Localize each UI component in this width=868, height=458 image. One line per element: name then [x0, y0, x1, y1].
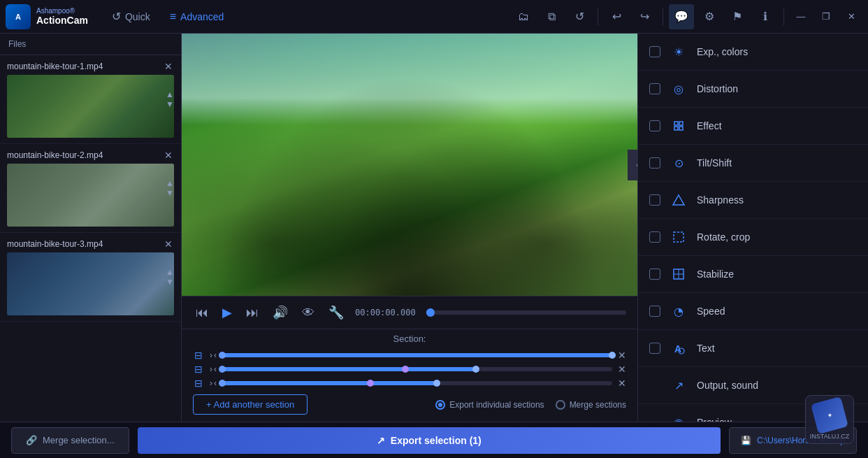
section-slider-2[interactable] — [222, 367, 612, 371]
open-file-button[interactable]: 🗂 — [511, 4, 536, 29]
panel-checkbox-stabilize[interactable] — [649, 269, 660, 280]
section-delete-1[interactable]: ✕ — [618, 350, 626, 361]
collapse-panel-button[interactable]: ‹ — [628, 150, 637, 180]
panel-checkbox-rotate-crop[interactable] — [649, 231, 660, 243]
arrow-down-button[interactable]: ▼ — [166, 189, 174, 197]
arrow-up-button[interactable]: ▲ — [166, 268, 174, 276]
panel-item-sharpness[interactable]: Sharpness — [638, 182, 868, 219]
section-handle-right-2[interactable] — [472, 366, 479, 373]
panel-checkbox-tilt-shift[interactable] — [649, 157, 660, 169]
panel-item-text[interactable]: A Text — [638, 330, 868, 367]
chat-button[interactable]: 💬 — [669, 4, 694, 29]
section-area: Section: ⊟ › ‹ ✕ ⊟ › — [182, 329, 637, 422]
app-logo: A Ashampoo® ActionCam — [6, 4, 88, 29]
panel-item-speed[interactable]: ◔ Speed — [638, 293, 868, 330]
undo-button[interactable]: ↩ — [604, 4, 629, 29]
export-individual-radio[interactable]: Export individual sections — [435, 400, 544, 410]
skip-forward-button[interactable]: ⏭ — [243, 303, 261, 323]
stabilize-icon — [669, 264, 688, 284]
section-handle-mid-3[interactable] — [367, 380, 374, 387]
section-slider-3[interactable] — [222, 381, 612, 385]
settings-video-button[interactable]: 🔧 — [326, 302, 347, 323]
progress-thumb[interactable] — [426, 308, 435, 317]
panel-label-tilt-shift: Tilt/Shift — [697, 157, 732, 169]
watermark-icon: ✦ — [826, 411, 832, 419]
section-row: ⊟ › ‹ ✕ — [193, 364, 626, 375]
section-expand-right[interactable]: › — [210, 378, 212, 388]
timecode: 00:00:00.000 — [355, 308, 418, 317]
section-expand-right[interactable]: › — [210, 364, 212, 374]
list-item[interactable]: mountain-bike-tour-2.mp4 ✕ ▲ ▼ — [0, 144, 181, 233]
reset-button[interactable]: ↺ — [567, 4, 592, 29]
panel-item-rotate-crop[interactable]: Rotate, crop — [638, 219, 868, 256]
section-collapse-right[interactable]: ‹ — [214, 378, 217, 388]
merge-selection-label: Merge selection... — [43, 435, 115, 445]
arrow-down-button[interactable]: ▼ — [166, 278, 174, 286]
section-handle-right-1[interactable] — [609, 352, 616, 359]
section-handle-mid-2[interactable] — [402, 366, 409, 373]
export-individual-label: Export individual sections — [449, 400, 544, 410]
close-button[interactable]: ✕ — [840, 6, 862, 28]
section-icon-3: ⊟ — [193, 378, 204, 389]
section-slider-1[interactable] — [222, 353, 612, 357]
panel-checkbox-sharpness[interactable] — [649, 194, 660, 206]
export-selection-label: Export selection (1) — [391, 435, 482, 446]
quick-nav-button[interactable]: ↺ Quick — [102, 6, 160, 27]
volume-button[interactable]: 🔊 — [270, 302, 291, 323]
arrow-up-button[interactable]: ▲ — [166, 90, 174, 99]
section-collapse-right[interactable]: ‹ — [214, 364, 217, 374]
section-delete-2[interactable]: ✕ — [618, 364, 626, 375]
panel-checkbox-text[interactable] — [649, 343, 660, 354]
panel-checkbox-effect[interactable] — [649, 120, 660, 131]
playback-controls: ⏮ ▶ ⏭ 🔊 👁 🔧 00:00:00.000 — [182, 296, 637, 329]
panel-item-tilt-shift[interactable]: ⊙ Tilt/Shift — [638, 145, 868, 182]
panel-label-stabilize: Stabilize — [697, 269, 734, 280]
file-name: mountain-bike-tour-3.mp4 — [7, 239, 103, 249]
section-handle-right-3[interactable] — [433, 380, 440, 387]
titlebar: A Ashampoo® ActionCam ↺ Quick ≡ Advanced… — [0, 0, 868, 34]
file-close-button[interactable]: ✕ — [163, 61, 174, 72]
panel-item-stabilize[interactable]: Stabilize — [638, 256, 868, 293]
section-handle-left-1[interactable] — [219, 352, 226, 359]
section-delete-3[interactable]: ✕ — [618, 378, 626, 389]
panel-checkbox-distortion[interactable] — [649, 83, 660, 94]
file-arrows: ▲ ▼ — [166, 268, 174, 286]
section-handle-left-3[interactable] — [219, 380, 226, 387]
arrow-down-button[interactable]: ▼ — [166, 100, 174, 108]
panel-checkbox-exp-colors[interactable] — [649, 46, 660, 57]
advanced-label: Advanced — [180, 11, 224, 22]
add-section-button[interactable]: + Add another section — [193, 394, 308, 415]
play-button[interactable]: ▶ — [219, 302, 235, 323]
arrow-up-button[interactable]: ▲ — [166, 179, 174, 187]
section-expand-right[interactable]: › — [210, 350, 212, 360]
file-close-button[interactable]: ✕ — [163, 150, 174, 161]
info-button[interactable]: ℹ — [753, 4, 778, 29]
panel-item-effect[interactable]: Effect — [638, 108, 868, 145]
export-selection-button[interactable]: ↗ Export selection (1) — [138, 427, 721, 454]
skip-back-button[interactable]: ⏮ — [193, 303, 211, 323]
panel-checkbox-speed[interactable] — [649, 306, 660, 317]
progress-bar[interactable] — [426, 310, 626, 315]
files-header: Files — [0, 34, 181, 55]
svg-rect-5 — [674, 232, 683, 242]
merge-selection-button[interactable]: 🔗 Merge selection... — [11, 427, 129, 454]
list-item[interactable]: mountain-bike-tour-1.mp4 ✕ ▲ ▼ — [0, 55, 181, 144]
list-item[interactable]: mountain-bike-tour-3.mp4 ✕ ▲ ▼ — [0, 233, 181, 322]
file-close-button[interactable]: ✕ — [163, 238, 174, 250]
panel-item-distortion[interactable]: ◎ Distortion — [638, 71, 868, 108]
logo-text: Ashampoo® ActionCam — [36, 7, 88, 26]
minimize-button[interactable]: — — [790, 6, 812, 28]
section-collapse-right[interactable]: ‹ — [214, 350, 217, 360]
merge-sections-radio[interactable]: Merge sections — [556, 400, 626, 410]
restore-button[interactable]: ❐ — [815, 6, 837, 28]
panel-item-exp-colors[interactable]: ☀ Exp., colors — [638, 34, 868, 71]
eye-button[interactable]: 👁 — [299, 303, 317, 323]
settings-button[interactable]: ⚙ — [697, 4, 722, 29]
duplicate-button[interactable]: ⧉ — [539, 4, 564, 29]
section-handle-left-2[interactable] — [219, 366, 226, 373]
flag-button[interactable]: ⚑ — [725, 4, 750, 29]
section-label: Section: — [193, 334, 626, 344]
quick-label: Quick — [125, 11, 150, 22]
advanced-nav-button[interactable]: ≡ Advanced — [160, 6, 234, 27]
redo-button[interactable]: ↪ — [632, 4, 657, 29]
